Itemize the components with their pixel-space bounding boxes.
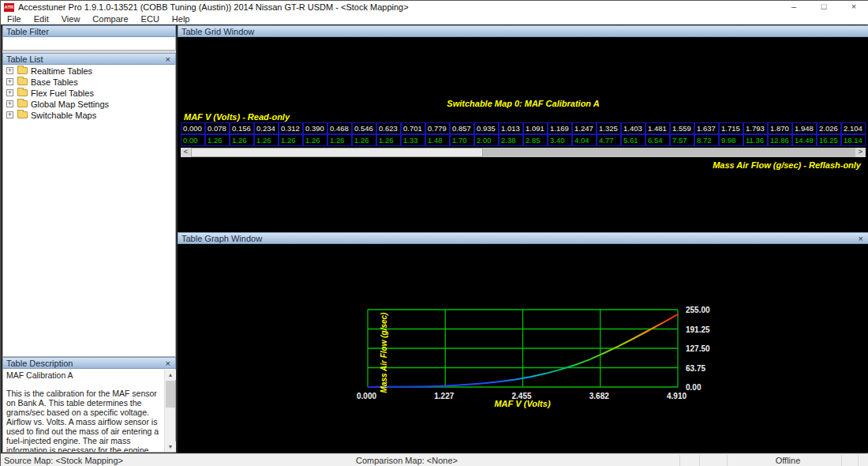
grid-cell[interactable]: 0.468: [327, 122, 352, 134]
grid-cell[interactable]: 1.26: [279, 134, 303, 146]
expand-icon[interactable]: +: [6, 78, 13, 85]
menu-file[interactable]: File: [1, 13, 28, 24]
table-graph-close-icon[interactable]: ×: [857, 235, 865, 243]
grid-cell[interactable]: 1.481: [645, 122, 670, 134]
grid-cell[interactable]: 11.36: [743, 134, 768, 146]
grid-cell[interactable]: 14.48: [792, 134, 817, 146]
grid-cell[interactable]: 0.078: [205, 122, 230, 134]
grid-cell[interactable]: 1.26: [230, 134, 254, 146]
grid-cell[interactable]: 0.000: [181, 122, 205, 134]
expand-icon[interactable]: +: [6, 67, 13, 74]
tree-item-flex-fuel-tables[interactable]: +Flex Fuel Tables: [6, 88, 175, 98]
description-scrollbar[interactable]: ▲ ▼: [164, 370, 175, 452]
description-scroll-thumb[interactable]: [166, 381, 175, 408]
grid-cell[interactable]: 2.026: [817, 122, 841, 134]
grid-cell[interactable]: 1.793: [743, 122, 768, 134]
menu-view[interactable]: View: [55, 13, 87, 24]
grid-cell[interactable]: 1.559: [670, 122, 694, 134]
grid-cell[interactable]: 0.312: [279, 122, 303, 134]
grid-cell[interactable]: 18.14: [841, 134, 866, 146]
grid-cell[interactable]: 1.26: [205, 134, 230, 146]
grid-cell[interactable]: 1.403: [621, 122, 645, 134]
scroll-down-icon[interactable]: ▼: [165, 442, 176, 452]
grid-scroll-thumb[interactable]: [191, 148, 483, 157]
grid-cell[interactable]: 0.935: [474, 122, 499, 134]
grid-cell[interactable]: 1.715: [719, 122, 743, 134]
close-button[interactable]: ×: [839, 1, 868, 13]
table-list-tree: +Realtime Tables+Base Tables+Flex Fuel T…: [2, 65, 176, 357]
grid-cell[interactable]: 1.870: [768, 122, 792, 134]
window-title: Accesstuner Pro 1.9.1.0-13521 (COBB Tuni…: [18, 2, 409, 12]
grid-cell[interactable]: 7.57: [670, 134, 694, 146]
grid-cell[interactable]: 5.61: [621, 134, 645, 146]
grid-horizontal-scrollbar[interactable]: < >: [181, 148, 866, 157]
grid-cell[interactable]: 9.98: [719, 134, 743, 146]
graph-y-axis-label: Mass Air Flow (g/sec): [380, 313, 388, 393]
menu-edit[interactable]: Edit: [28, 13, 55, 24]
scroll-left-icon[interactable]: <: [181, 148, 191, 157]
tree-item-switchable-maps[interactable]: +Switchable Maps: [6, 110, 175, 120]
scroll-up-icon[interactable]: ▲: [165, 370, 176, 380]
grid-cell[interactable]: 1.325: [597, 122, 621, 134]
menu-ecu[interactable]: ECU: [135, 13, 166, 24]
grid-cell[interactable]: 6.54: [645, 134, 670, 146]
grid-axis-row: 0.0000.0780.1560.2340.3120.3900.4680.546…: [181, 122, 866, 134]
grid-cell[interactable]: 1.091: [523, 122, 548, 134]
grid-cell[interactable]: 1.948: [792, 122, 817, 134]
expand-icon[interactable]: +: [6, 100, 13, 107]
grid-cell[interactable]: 2.00: [474, 134, 499, 146]
table-filter-header: Table Filter: [2, 25, 176, 37]
grid-cell[interactable]: 4.77: [597, 134, 621, 146]
grid-cell[interactable]: 1.26: [376, 134, 401, 146]
tree-item-global-map-settings[interactable]: +Global Map Settings: [6, 99, 175, 109]
scroll-right-icon[interactable]: >: [855, 148, 866, 157]
tree-item-label: Base Tables: [31, 77, 78, 87]
grid-cell[interactable]: 0.857: [450, 122, 474, 134]
tree-item-base-tables[interactable]: +Base Tables: [6, 77, 175, 87]
grid-cell[interactable]: 0.390: [303, 122, 327, 134]
grid-cell[interactable]: 16.25: [817, 134, 841, 146]
grid-cell[interactable]: 3.40: [548, 134, 572, 146]
tree-item-label: Realtime Tables: [31, 66, 92, 76]
grid-cell[interactable]: 4.04: [572, 134, 597, 146]
grid-cell[interactable]: 12.86: [768, 134, 792, 146]
grid-cell[interactable]: 1.48: [425, 134, 450, 146]
grid-cell[interactable]: 0.00: [181, 134, 205, 146]
grid-cell[interactable]: 1.169: [548, 122, 572, 134]
table-filter-title: Table Filter: [6, 27, 49, 36]
grid-cell[interactable]: 8.72: [694, 134, 719, 146]
menu-compare[interactable]: Compare: [86, 13, 134, 24]
menu-help[interactable]: Help: [166, 13, 196, 24]
expand-icon[interactable]: +: [6, 111, 13, 118]
table-list-close-icon[interactable]: ×: [164, 55, 172, 64]
grid-cell[interactable]: 0.546: [352, 122, 376, 134]
expand-icon[interactable]: +: [6, 89, 13, 96]
table-filter-input[interactable]: [2, 37, 176, 51]
app-window: ATR Accesstuner Pro 1.9.1.0-13521 (COBB …: [0, 0, 868, 466]
grid-cell[interactable]: 2.38: [499, 134, 523, 146]
grid-cell[interactable]: 1.26: [327, 134, 352, 146]
table-grid-window-header: Table Grid Window: [178, 25, 868, 37]
minimize-button[interactable]: –: [779, 1, 809, 13]
table-description-close-icon[interactable]: ×: [164, 359, 172, 368]
maximize-button[interactable]: □: [809, 1, 839, 13]
grid-cell[interactable]: 0.779: [425, 122, 450, 134]
grid-cell[interactable]: 2.104: [841, 122, 866, 134]
grid-cell[interactable]: 0.156: [230, 122, 254, 134]
folder-icon: [17, 100, 28, 107]
grid-cell[interactable]: 1.26: [303, 134, 327, 146]
grid-cell[interactable]: 1.26: [352, 134, 376, 146]
grid-cell[interactable]: 1.33: [401, 134, 425, 146]
tree-item-realtime-tables[interactable]: +Realtime Tables: [6, 66, 175, 76]
grid-cell[interactable]: 1.26: [254, 134, 279, 146]
grid-cell[interactable]: 1.637: [694, 122, 719, 134]
y-tick-label: 255.00: [686, 306, 710, 314]
grid-cell[interactable]: 1.70: [450, 134, 474, 146]
grid-cell[interactable]: 1.013: [499, 122, 523, 134]
grid-cell[interactable]: 0.701: [401, 122, 425, 134]
grid-cell[interactable]: 1.247: [572, 122, 597, 134]
grid-cell[interactable]: 2.85: [523, 134, 548, 146]
x-tick-label: 0.000: [357, 392, 376, 400]
grid-cell[interactable]: 0.234: [254, 122, 279, 134]
grid-cell[interactable]: 0.623: [376, 122, 401, 134]
